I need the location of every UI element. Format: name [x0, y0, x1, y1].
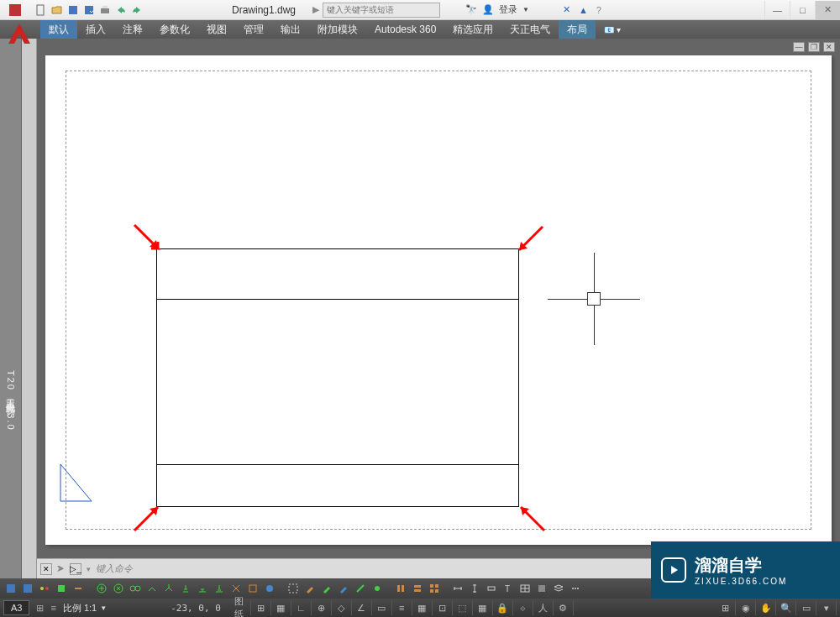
- tool-save2-icon[interactable]: [20, 581, 35, 596]
- search-arrow-icon[interactable]: ▶: [312, 4, 319, 15]
- tool-connector-icon[interactable]: [37, 581, 52, 596]
- saveas-icon[interactable]: [81, 3, 97, 18]
- side-panel-tab[interactable]: T20天正电气软件 V3.0: [0, 39, 22, 578]
- tool-dot-icon[interactable]: [370, 581, 385, 596]
- canvas-minimize-icon[interactable]: —: [793, 42, 805, 52]
- viewport-rectangle-inner[interactable]: [156, 299, 519, 465]
- tab-view[interactable]: 视图: [198, 20, 235, 39]
- scale-selector[interactable]: 比例 1:1 ▼: [63, 602, 107, 614]
- osnap-icon[interactable]: ◇: [335, 600, 352, 615]
- ws-icon[interactable]: ⚙: [557, 600, 574, 615]
- tab-featured[interactable]: 精选应用: [444, 20, 501, 39]
- tab-layout[interactable]: 布局: [559, 20, 596, 39]
- tool-layer-icon[interactable]: [551, 581, 566, 596]
- tool-switch-icon[interactable]: [144, 581, 160, 596]
- tool-grid-icon[interactable]: [427, 581, 442, 596]
- layout-nav-icon[interactable]: ≡: [50, 603, 55, 613]
- tab-addins[interactable]: 附加模块: [309, 20, 366, 39]
- tool-object-icon[interactable]: [54, 581, 69, 596]
- lwt-icon[interactable]: ≡: [396, 600, 412, 615]
- dyn-icon[interactable]: ▭: [375, 600, 392, 615]
- canvas-restore-icon[interactable]: ❐: [808, 42, 820, 52]
- canvas-close-icon[interactable]: ✕: [823, 42, 835, 52]
- open-icon[interactable]: [50, 3, 65, 18]
- ann-icon[interactable]: 🔒: [496, 600, 513, 615]
- minimize-button[interactable]: —: [764, 1, 790, 19]
- new-icon[interactable]: [34, 3, 49, 18]
- drawing-canvas[interactable]: — ❐ ✕ ✕ ⮞ ▷_ ▾ 键入命令: [37, 39, 840, 578]
- tool-cable-icon[interactable]: [195, 581, 210, 596]
- tab-insert[interactable]: 插入: [77, 20, 114, 39]
- app-menu-icon[interactable]: [0, 0, 30, 20]
- grid-icon[interactable]: ▦: [275, 600, 291, 615]
- binoculars-icon[interactable]: 🔭: [465, 4, 477, 15]
- tab-output[interactable]: 输出: [272, 20, 309, 39]
- tool-misc2-icon[interactable]: [245, 581, 260, 596]
- tool-symbol2-icon[interactable]: [111, 581, 126, 596]
- redo-icon[interactable]: [129, 3, 144, 18]
- tab-parametric[interactable]: 参数化: [151, 20, 198, 39]
- tool-dim2-icon[interactable]: [467, 581, 482, 596]
- tool-select-icon[interactable]: [286, 581, 301, 596]
- tool-block-icon[interactable]: [534, 581, 549, 596]
- tool-brush2-icon[interactable]: [319, 581, 334, 596]
- cmdline-prompt-icon[interactable]: ▷_: [70, 563, 81, 575]
- tool-table-icon[interactable]: [517, 581, 533, 596]
- tab-manage[interactable]: 管理: [235, 20, 272, 39]
- ascale-icon[interactable]: ⟐: [517, 600, 533, 615]
- model-icon[interactable]: ▦: [476, 600, 493, 615]
- tool-dim1-icon[interactable]: [450, 581, 465, 596]
- transp-icon[interactable]: ▦: [416, 600, 433, 615]
- snap-icon[interactable]: ⊞: [255, 600, 271, 615]
- ortho-icon[interactable]: ∟: [295, 600, 312, 615]
- login-area[interactable]: 🔭 👤 登录 ▼: [465, 3, 529, 16]
- tool-dim3-icon[interactable]: [484, 581, 499, 596]
- tool-brush3-icon[interactable]: [336, 581, 351, 596]
- tab-tianzheng[interactable]: 天正电气: [501, 20, 559, 39]
- autocad-logo-icon[interactable]: [5, 22, 34, 45]
- tool-ground-icon[interactable]: [212, 581, 227, 596]
- save-icon[interactable]: [66, 3, 81, 18]
- undo-icon[interactable]: [113, 3, 129, 18]
- layout-tab-a3[interactable]: A3: [3, 600, 29, 615]
- polar-icon[interactable]: ⊕: [315, 600, 332, 615]
- tool-text-icon[interactable]: T: [501, 581, 516, 596]
- paper-label[interactable]: 图纸: [234, 600, 251, 615]
- tool-light-icon[interactable]: [178, 581, 193, 596]
- tool-switch2-icon[interactable]: [161, 581, 176, 596]
- tool-brush-icon[interactable]: [302, 581, 318, 596]
- maximize-button[interactable]: □: [790, 1, 815, 19]
- viewcube-icon[interactable]: ⊞: [719, 600, 736, 615]
- tab-default[interactable]: 默认: [40, 20, 77, 39]
- tool-align1-icon[interactable]: [393, 581, 408, 596]
- qp-icon[interactable]: ⊡: [436, 600, 453, 615]
- tool-more-icon[interactable]: [568, 581, 583, 596]
- print-icon[interactable]: [97, 3, 113, 18]
- tool-misc1-icon[interactable]: [228, 581, 244, 596]
- tool-save-icon[interactable]: [3, 581, 18, 596]
- close-button[interactable]: ✕: [815, 1, 840, 19]
- tab-autodesk360[interactable]: Autodesk 360: [366, 21, 444, 38]
- zoom-icon[interactable]: 🔍: [780, 600, 796, 615]
- tab-annotate[interactable]: 注释: [114, 20, 151, 39]
- paper-space[interactable]: [45, 55, 832, 545]
- tool-symbol3-icon[interactable]: [128, 581, 143, 596]
- custom-icon[interactable]: ▾: [820, 600, 837, 615]
- help-icon[interactable]: ?: [596, 5, 601, 15]
- cmdline-expand-icon[interactable]: ▾: [87, 565, 91, 573]
- pan-icon[interactable]: ✋: [759, 600, 776, 615]
- tool-symbol1-icon[interactable]: [94, 581, 109, 596]
- tool-wire-icon[interactable]: [71, 581, 86, 596]
- search-input[interactable]: [323, 3, 440, 18]
- clean-icon[interactable]: ▭: [800, 600, 816, 615]
- exchange-icon[interactable]: ✕: [563, 4, 570, 15]
- cmdline-chevron-icon[interactable]: ⮞: [57, 565, 65, 573]
- layout-add-icon[interactable]: ⊞: [36, 603, 44, 614]
- tab-overflow-icon[interactable]: 📧 ▾: [596, 23, 629, 37]
- tool-pen-icon[interactable]: [353, 581, 368, 596]
- sc-icon[interactable]: ⬚: [456, 600, 473, 615]
- vis-icon[interactable]: 人: [537, 600, 554, 615]
- tool-misc3-icon[interactable]: [262, 581, 277, 596]
- autodesk-icon[interactable]: ▲: [579, 5, 588, 15]
- otrack-icon[interactable]: ∠: [355, 600, 372, 615]
